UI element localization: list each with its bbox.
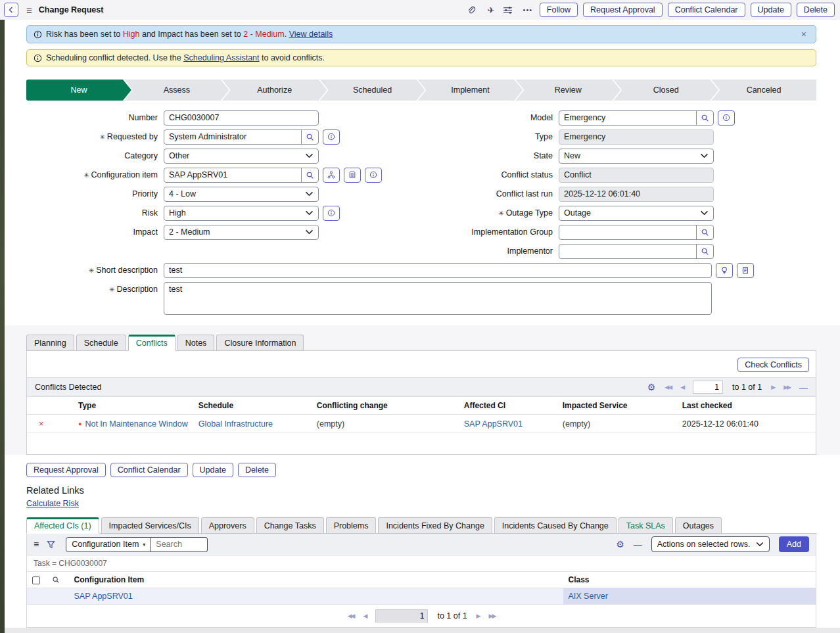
page-number-input[interactable] (693, 381, 723, 394)
stage-closed[interactable]: Closed (613, 80, 718, 101)
stage-authorize[interactable]: Authorize (222, 80, 327, 101)
tab-affected-cis[interactable]: Affected CIs (1) (26, 517, 99, 534)
actions-on-selected-rows-select[interactable]: Actions on selected rows... (651, 536, 770, 552)
dependency-map-icon[interactable] (323, 168, 340, 183)
collapse-list-icon[interactable]: — (634, 540, 642, 550)
collapse-list-icon[interactable]: — (799, 383, 808, 392)
delete-row-icon[interactable]: × (32, 419, 44, 429)
description-textarea[interactable]: test (164, 282, 712, 315)
col-last-checked[interactable]: Last checked (677, 397, 816, 415)
stage-scheduled[interactable]: Scheduled (320, 80, 425, 101)
list-search-input[interactable] (151, 537, 208, 552)
short-description-input[interactable] (164, 264, 711, 277)
col-configuration-item[interactable]: Configuration Item (69, 572, 563, 588)
next-page-icon[interactable]: ▶ (477, 613, 480, 619)
follow-button[interactable]: Follow (540, 3, 578, 17)
previous-page-icon[interactable]: ◀ (363, 613, 366, 619)
tab-approvers[interactable]: Approvers (201, 517, 254, 533)
priority-select[interactable]: 4 - Low (164, 187, 319, 202)
tab-incidents-fixed-by-change[interactable]: Incidents Fixed By Change (378, 517, 492, 533)
last-page-icon[interactable]: ▶▶ (489, 613, 496, 619)
risk-select[interactable]: High (164, 206, 319, 221)
tab-conflicts[interactable]: Conflicts (128, 335, 175, 351)
configuration-item-link[interactable]: SAP AppSRV01 (74, 592, 133, 601)
col-type[interactable]: Type (73, 397, 193, 415)
related-records-icon[interactable] (344, 168, 361, 183)
tab-notes[interactable]: Notes (177, 335, 215, 350)
request-approval-button[interactable]: Request Approval (26, 463, 106, 477)
check-conflicts-button[interactable]: Check Conflicts (737, 358, 809, 372)
next-page-icon[interactable]: ▶ (771, 384, 774, 390)
impact-select[interactable]: 2 - Medium (164, 225, 319, 240)
close-icon[interactable]: × (799, 29, 809, 39)
delete-button[interactable]: Delete (797, 3, 835, 17)
add-button[interactable]: Add (779, 536, 809, 552)
search-icon[interactable] (696, 245, 713, 258)
preview-record-icon[interactable] (718, 110, 735, 126)
attachment-icon[interactable] (466, 5, 479, 15)
list-settings-gear-icon[interactable]: ⚙ (647, 382, 656, 392)
context-menu-icon[interactable]: ≡ (26, 5, 32, 16)
first-page-icon[interactable]: ◀◀ (348, 613, 354, 619)
col-class[interactable]: Class (563, 572, 816, 588)
previous-page-icon[interactable]: ◀ (680, 384, 684, 390)
tab-incidents-caused-by-change[interactable]: Incidents Caused By Change (494, 517, 617, 533)
col-schedule[interactable]: Schedule (193, 397, 312, 415)
last-page-icon[interactable]: ▶▶ (783, 384, 790, 390)
search-field-selector[interactable]: Configuration Item ▾ (66, 537, 151, 552)
view-details-link[interactable]: View details (289, 30, 333, 39)
tab-impacted-services-cis[interactable]: Impacted Services/CIs (101, 517, 199, 533)
more-options-icon[interactable]: ••• (521, 6, 534, 14)
column-search-icon[interactable] (52, 576, 64, 584)
tab-task-slas[interactable]: Task SLAs (618, 517, 673, 533)
knowledge-search-icon[interactable] (737, 263, 754, 278)
tab-planning[interactable]: Planning (26, 335, 74, 350)
stage-assess[interactable]: Assess (124, 80, 229, 101)
implementor-input[interactable] (559, 245, 696, 258)
conflict-calendar-button[interactable]: Conflict Calendar (110, 463, 188, 477)
scheduling-assistant-link[interactable]: Scheduling Assistant (183, 53, 259, 62)
first-page-icon[interactable]: ◀◀ (665, 384, 671, 390)
search-icon[interactable] (696, 111, 713, 125)
stage-new[interactable]: New (26, 80, 131, 101)
tab-schedule[interactable]: Schedule (76, 335, 126, 350)
col-impacted-service[interactable]: Impacted Service (557, 397, 677, 415)
request-approval-button[interactable]: Request Approval (583, 3, 663, 17)
tab-outages[interactable]: Outages (675, 517, 722, 533)
col-affected-ci[interactable]: Affected CI (459, 397, 557, 415)
conflict-type-link[interactable]: Not In Maintenance Window (85, 419, 187, 429)
personalize-form-icon[interactable] (503, 6, 516, 14)
update-button[interactable]: Update (193, 463, 233, 477)
preview-record-icon[interactable] (365, 168, 382, 183)
category-select[interactable]: Other (164, 149, 319, 164)
col-conflicting-change[interactable]: Conflicting change (312, 397, 459, 415)
model-input[interactable] (559, 111, 696, 125)
risk-info-icon[interactable] (323, 206, 340, 221)
page-number-input[interactable] (375, 609, 428, 622)
stage-canceled[interactable]: Canceled (711, 80, 816, 101)
suggestion-lightbulb-icon[interactable] (716, 263, 733, 278)
filter-icon[interactable] (47, 540, 55, 549)
outage-type-select[interactable]: Outage (559, 206, 714, 221)
requested-by-input[interactable] (164, 130, 301, 144)
calculate-risk-link[interactable]: Calculate Risk (26, 499, 79, 508)
conflict-calendar-button[interactable]: Conflict Calendar (668, 3, 745, 17)
update-button[interactable]: Update (751, 3, 791, 17)
affected-ci-link[interactable]: SAP AppSRV01 (464, 419, 523, 429)
state-select[interactable]: New (559, 149, 714, 164)
delete-button[interactable]: Delete (238, 463, 276, 477)
implementation-group-input[interactable] (559, 225, 696, 239)
preview-record-icon[interactable] (323, 129, 340, 145)
stage-review[interactable]: Review (515, 80, 620, 101)
back-button[interactable] (4, 3, 18, 17)
select-all-checkbox[interactable] (32, 576, 40, 584)
template-icon[interactable]: ✈ (484, 5, 498, 15)
tab-closure-information[interactable]: Closure Information (216, 335, 304, 350)
search-icon[interactable] (301, 130, 318, 144)
list-breadcrumb[interactable]: Task = CHG0030007 (26, 555, 816, 571)
list-menu-icon[interactable]: ≡ (34, 539, 39, 550)
list-settings-gear-icon[interactable]: ⚙ (616, 539, 624, 550)
schedule-link[interactable]: Global Infrastructure (198, 419, 273, 429)
search-icon[interactable] (301, 168, 318, 182)
class-link[interactable]: AIX Server (569, 592, 608, 601)
